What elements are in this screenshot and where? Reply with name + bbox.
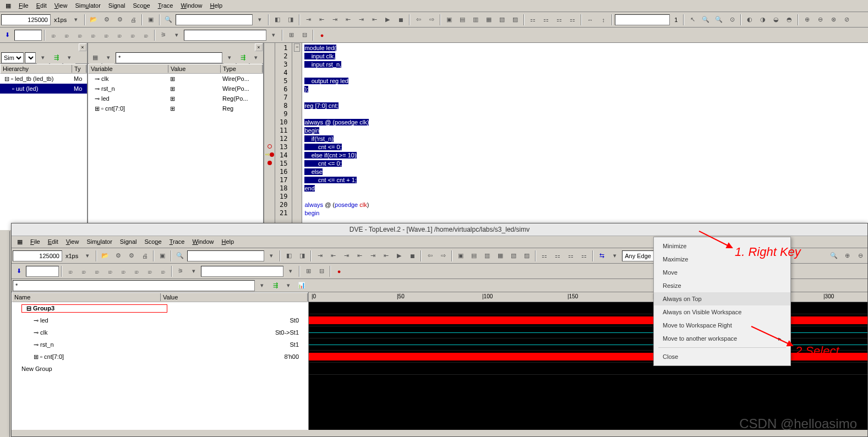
ctx-always-on-top[interactable]: Always on Top xyxy=(654,292,790,305)
window-icon[interactable]: ▥ xyxy=(481,250,493,262)
dropdown-icon[interactable]: ▾ xyxy=(268,29,280,41)
menu-help[interactable]: Help xyxy=(219,237,238,247)
dropdown-icon[interactable]: ▾ xyxy=(223,52,236,64)
hierarchy-icon[interactable]: ⚞ xyxy=(174,265,187,277)
signal-item[interactable]: New Group xyxy=(12,363,308,375)
field-input[interactable] xyxy=(26,266,59,277)
expand-icon[interactable]: ⇶ xyxy=(50,52,62,64)
signal-filter-input[interactable] xyxy=(13,280,255,291)
hier-item[interactable]: ⊟ ▫ led_tb (led_tb)Mo xyxy=(0,74,87,84)
struct-icon[interactable]: ⎄ xyxy=(61,29,73,41)
stop-icon[interactable]: ⏹ xyxy=(406,250,418,262)
filter-select[interactable]: * xyxy=(25,52,36,63)
tool-icon[interactable]: ⚙ xyxy=(114,14,126,26)
dropdown-icon[interactable]: ▾ xyxy=(171,29,183,41)
col-value[interactable]: Value xyxy=(168,65,221,73)
tool-icon[interactable]: ⊞ xyxy=(285,29,297,41)
struct-icon[interactable]: ⎄ xyxy=(87,29,99,41)
time-input[interactable] xyxy=(1,14,51,25)
menu-edit[interactable]: Edit xyxy=(33,1,50,10)
dropdown-icon[interactable]: ▾ xyxy=(250,52,262,64)
nav-back-icon[interactable]: ⇦ xyxy=(412,14,424,26)
struct-icon[interactable]: ⎄ xyxy=(127,29,139,41)
tool-icon[interactable]: ⚏ xyxy=(565,250,577,262)
tool-icon[interactable]: ⊞ xyxy=(302,265,314,277)
menu-help[interactable]: Help xyxy=(207,1,226,10)
tool-icon[interactable]: ⊘ xyxy=(840,14,853,26)
signal-item[interactable]: ⊸ clkSt0->St1 xyxy=(12,326,308,338)
nav-fwd-icon[interactable]: ⇨ xyxy=(437,250,449,262)
grid-icon[interactable]: ▦ xyxy=(89,52,101,64)
step-icon[interactable]: ⇤ xyxy=(315,14,327,26)
menu-window[interactable]: Window xyxy=(177,1,205,10)
tool-icon[interactable]: ▣ xyxy=(145,14,157,26)
down-arrow-icon[interactable]: ⬇ xyxy=(1,29,13,41)
dropdown-icon[interactable]: ▾ xyxy=(81,250,94,262)
struct-icon[interactable]: ⎄ xyxy=(91,265,103,277)
dropdown-icon[interactable]: ▾ xyxy=(285,265,297,277)
col-value[interactable]: Value xyxy=(161,293,308,301)
col-name[interactable]: Name xyxy=(12,293,161,301)
window-icon[interactable]: ▤ xyxy=(456,14,468,26)
dropdown-icon[interactable]: ▾ xyxy=(265,250,277,262)
tool-icon[interactable]: ⊟ xyxy=(315,265,327,277)
step-icon[interactable]: ⇤ xyxy=(380,250,392,262)
tool-icon[interactable]: ◨ xyxy=(296,250,308,262)
tool-icon[interactable]: ⚏ xyxy=(578,250,590,262)
signal-item[interactable]: ⊸ rst_nSt1 xyxy=(12,338,308,351)
dropdown-icon[interactable]: ▾ xyxy=(102,52,114,64)
dropdown-icon[interactable]: ▾ xyxy=(256,280,268,292)
time-unit[interactable]: x1ps xyxy=(52,17,69,23)
window-icon[interactable]: ▦ xyxy=(494,250,506,262)
menu-edit[interactable]: Edit xyxy=(45,237,62,247)
tool-icon[interactable]: ◑ xyxy=(757,14,769,26)
time-unit[interactable]: x1ps xyxy=(63,253,80,259)
col-type[interactable]: Ty xyxy=(72,65,86,73)
tool-icon[interactable]: ◧ xyxy=(271,14,283,26)
wave-titlebar[interactable]: DVE - TopLevel.2 - [Wave.1] /home/virtua… xyxy=(12,223,867,236)
ctx-move-to-another-workspace[interactable]: Move to another workspace▸ xyxy=(654,332,790,345)
dropdown-icon[interactable]: ▾ xyxy=(282,280,294,292)
struct-icon[interactable]: ⎄ xyxy=(64,265,77,277)
step-icon[interactable]: ⇥ xyxy=(340,250,352,262)
col-type[interactable]: Type xyxy=(221,65,263,73)
variable-item[interactable]: ⊞ ▫ cnt[7:0]⊞Reg xyxy=(88,103,263,113)
struct-icon[interactable]: ⎄ xyxy=(113,29,125,41)
dropdown-icon[interactable]: ▾ xyxy=(37,52,49,64)
window-icon[interactable]: ▧ xyxy=(507,250,520,262)
field-input[interactable] xyxy=(14,30,42,41)
expand-icon[interactable]: ⇶ xyxy=(237,52,249,64)
close-icon[interactable]: × xyxy=(79,43,86,51)
edge-icon[interactable]: ⇆ xyxy=(596,250,608,262)
down-arrow-icon[interactable]: ⬇ xyxy=(13,265,25,277)
close-icon[interactable]: × xyxy=(255,43,263,51)
menu-window[interactable]: Window xyxy=(189,237,217,247)
signal-group[interactable]: ⊟ Group3 xyxy=(12,302,308,314)
menu-view[interactable]: View xyxy=(63,237,83,247)
tool-icon[interactable]: ◓ xyxy=(783,14,795,26)
window-icon[interactable]: ▥ xyxy=(470,14,482,26)
struct-icon[interactable]: ⎄ xyxy=(100,29,112,41)
ctx-close[interactable]: Close xyxy=(654,350,790,363)
record-icon[interactable]: ● xyxy=(333,265,345,277)
step-icon[interactable]: ⇥ xyxy=(329,14,341,26)
menu-trace[interactable]: Trace xyxy=(155,1,177,10)
tool-icon[interactable]: ⚙ xyxy=(112,250,124,262)
variable-item[interactable]: ⊸ rst_n⊞Wire(Po... xyxy=(88,84,263,94)
step-icon[interactable]: ⇥ xyxy=(302,14,314,26)
run-icon[interactable]: ▶ xyxy=(393,250,405,262)
search-icon[interactable]: 🔍 xyxy=(162,14,174,26)
dropdown-icon[interactable]: ▾ xyxy=(254,14,266,26)
struct-icon[interactable]: ⎄ xyxy=(117,265,129,277)
ctx-move[interactable]: Move xyxy=(654,266,790,279)
signal-item[interactable]: ⊸ ledSt0 xyxy=(12,314,308,326)
search-icon[interactable]: 🔍 xyxy=(174,250,186,262)
step-icon[interactable]: ⇥ xyxy=(314,250,326,262)
zoom-in-icon[interactable]: ⊕ xyxy=(841,250,853,262)
window-icon[interactable]: ▨ xyxy=(521,250,533,262)
nav-back-icon[interactable]: ⇦ xyxy=(424,250,436,262)
time-input[interactable] xyxy=(13,250,62,261)
tool-icon[interactable]: ⚏ xyxy=(553,14,565,26)
tool-icon[interactable]: ⚙ xyxy=(101,14,113,26)
sim-select[interactable]: Sim xyxy=(1,52,24,63)
